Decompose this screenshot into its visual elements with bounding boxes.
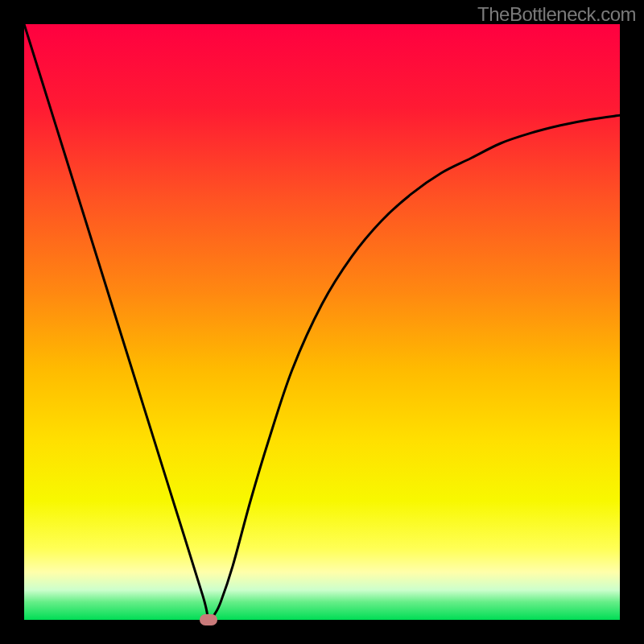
plot-area [24,24,620,620]
watermark: TheBottleneck.com [477,3,636,26]
optimal-point-marker [200,614,217,625]
bottleneck-curve [24,24,620,620]
curve-layer [24,24,620,620]
